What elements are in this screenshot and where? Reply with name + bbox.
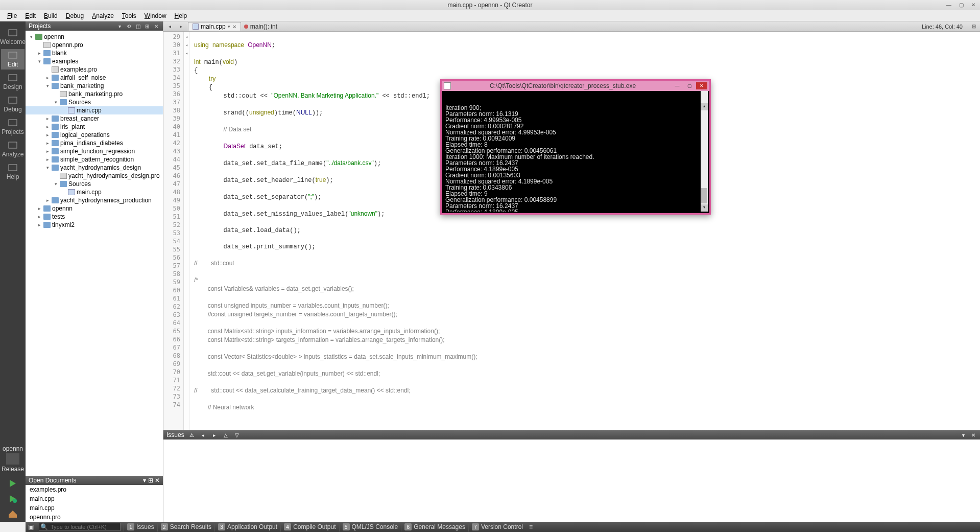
tree-item[interactable]: ▸simple_pattern_recognition	[26, 155, 163, 164]
symbol-selector[interactable]: main(): int	[244, 23, 277, 30]
mode-edit[interactable]: Edit	[1, 49, 25, 70]
scroll-thumb[interactable]	[701, 188, 707, 203]
locator-input[interactable]	[49, 524, 120, 530]
issues-list[interactable]	[163, 440, 980, 522]
mode-design[interactable]: Design	[1, 72, 25, 92]
tree-item[interactable]: ▾Sources	[26, 98, 163, 106]
panel-menu-icon[interactable]: ≡	[526, 523, 536, 530]
mode-help[interactable]: Help	[1, 161, 25, 182]
tree-item[interactable]: ▸yacht_hydrodynamics_production	[26, 196, 163, 204]
open-document-item[interactable]: main.cpp	[26, 503, 163, 513]
sync-icon[interactable]: ⟲	[125, 22, 132, 30]
issues-filter-icon[interactable]: ▽	[233, 431, 241, 438]
tree-item[interactable]: ▸breast_cancer	[26, 114, 163, 123]
tree-item[interactable]: ▸simple_function_regression	[26, 147, 163, 155]
mode-welcome[interactable]: Welcome	[1, 27, 25, 47]
mode-projects[interactable]: Projects	[1, 117, 25, 137]
open-docs-close-icon[interactable]: ✕	[155, 477, 160, 484]
issues-collapse-icon[interactable]: ▾	[960, 431, 967, 438]
tree-item[interactable]: ▸opennn	[26, 204, 163, 213]
folder-icon	[43, 58, 51, 64]
menu-window[interactable]: Window	[140, 11, 171, 20]
minimize-button[interactable]: —	[944, 1, 953, 8]
tree-item[interactable]: ▸logical_operations	[26, 131, 163, 139]
console-titlebar[interactable]: C:\Qt\Tools\QtCreator\bin\qtcreator_proc…	[442, 81, 709, 91]
tree-item[interactable]: main.cpp	[26, 188, 163, 196]
open-document-item[interactable]: opennn.pro	[26, 513, 163, 522]
console-output[interactable]: Iteration 900; Parameters norm: 16.1319 …	[443, 91, 708, 212]
open-docs-split-icon[interactable]: ⊞	[148, 477, 153, 484]
panel-search-results[interactable]: 2Search Results	[157, 522, 214, 531]
editor-tab[interactable]: main.cpp ▾ ✕	[188, 22, 241, 31]
panel-compile-output[interactable]: 4Compile Output	[280, 522, 339, 531]
filter-icon[interactable]: ▾	[116, 22, 123, 30]
open-document-item[interactable]: main.cpp	[26, 494, 163, 503]
tree-item[interactable]: ▾bank_marketing	[26, 82, 163, 90]
menu-tools[interactable]: Tools	[118, 11, 140, 20]
open-document-item[interactable]: examples.pro	[26, 485, 163, 494]
output-toggle-icon[interactable]: ▣	[26, 523, 36, 530]
console-window[interactable]: C:\Qt\Tools\QtCreator\bin\qtcreator_proc…	[440, 79, 711, 215]
editor-split-icon[interactable]: ⊞	[970, 23, 978, 30]
scroll-down-icon[interactable]: ▾	[701, 204, 708, 212]
panel-qml-js-console[interactable]: 5QML/JS Console	[339, 522, 401, 531]
menu-edit[interactable]: Edit	[21, 11, 40, 20]
issues-filter-warnings-icon[interactable]: △	[222, 431, 229, 438]
split-icon[interactable]: ◫	[134, 22, 141, 30]
maximize-button[interactable]: ▢	[957, 1, 966, 8]
project-tree[interactable]: ▾opennnopennn.pro▸blank▾examplesexamples…	[26, 31, 163, 476]
panel-version-control[interactable]: 7Version Control	[468, 522, 526, 531]
close-pane-icon[interactable]: ✕	[153, 22, 160, 30]
console-minimize-button[interactable]: —	[672, 82, 683, 89]
console-maximize-button[interactable]: ▢	[684, 82, 695, 89]
tab-close-icon[interactable]: ✕	[232, 24, 236, 30]
tab-dropdown-icon[interactable]: ▾	[228, 24, 230, 29]
open-documents-list[interactable]: examples.promain.cppmain.cppopennn.pro	[26, 485, 163, 522]
scroll-up-icon[interactable]: ▴	[701, 103, 708, 110]
menu-help[interactable]: Help	[171, 11, 192, 20]
tree-item[interactable]: yacht_hydrodynamics_design.pro	[26, 172, 163, 180]
nav-forward-button[interactable]: ▸	[177, 23, 185, 30]
tree-item[interactable]: opennn.pro	[26, 41, 163, 49]
menu-debug[interactable]: Debug	[62, 11, 88, 20]
menu-analyze[interactable]: Analyze	[88, 11, 118, 20]
panel-issues[interactable]: 1Issues	[124, 522, 157, 531]
tree-item[interactable]: main.cpp	[26, 106, 163, 114]
menu-build[interactable]: Build	[40, 11, 62, 20]
add-split-icon[interactable]: ⊞	[144, 22, 151, 30]
tree-item[interactable]: examples.pro	[26, 65, 163, 74]
tree-item[interactable]: ▸airfoil_self_noise	[26, 74, 163, 82]
tree-item[interactable]: ▸tests	[26, 213, 163, 221]
tree-item[interactable]: ▾yacht_hydrodynamics_design	[26, 164, 163, 172]
open-docs-menu-icon[interactable]: ▾	[143, 477, 146, 484]
console-close-button[interactable]: ✕	[696, 82, 707, 89]
panel-general-messages[interactable]: 6General Messages	[401, 522, 468, 531]
mode-debug[interactable]: Debug	[1, 94, 25, 114]
tree-item-label: logical_operations	[60, 131, 110, 138]
menu-file[interactable]: File	[3, 11, 21, 20]
issues-close-icon[interactable]: ✕	[970, 431, 977, 438]
folder-icon	[60, 181, 67, 187]
kit-selector[interactable]: opennn Release	[2, 445, 24, 473]
tree-item[interactable]: ▸blank	[26, 49, 163, 57]
tree-item[interactable]: bank_marketing.pro	[26, 90, 163, 98]
fold-column[interactable]: ◂ ◂ ◂	[184, 32, 190, 430]
mode-analyze[interactable]: Analyze	[1, 139, 25, 159]
close-button[interactable]: ✕	[969, 1, 978, 8]
build-button[interactable]	[5, 508, 20, 520]
nav-back-button[interactable]: ◂	[165, 23, 174, 30]
tree-item[interactable]: ▸tinyxml2	[26, 221, 163, 229]
tree-item[interactable]: ▾opennn	[26, 33, 163, 41]
issues-prev-icon[interactable]: ◂	[200, 431, 207, 438]
run-button[interactable]	[5, 478, 20, 489]
issues-next-icon[interactable]: ▸	[211, 431, 218, 438]
panel-application-output[interactable]: 3Application Output	[214, 522, 280, 531]
tree-item[interactable]: ▾examples	[26, 57, 163, 65]
debug-run-button[interactable]	[5, 493, 20, 504]
tree-item[interactable]: ▾Sources	[26, 180, 163, 188]
tree-item[interactable]: ▸iris_plant	[26, 123, 163, 131]
console-scrollbar[interactable]: ▴ ▾	[701, 91, 708, 212]
locator[interactable]: 🔍	[39, 523, 121, 531]
tree-item[interactable]: ▸pima_indians_diabetes	[26, 139, 163, 147]
issues-filter-errors-icon[interactable]: ⚠	[188, 431, 196, 438]
